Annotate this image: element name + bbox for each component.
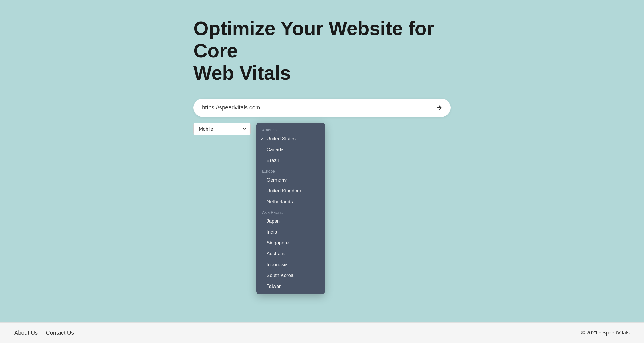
page-title: Optimize Your Website for Core Web Vital… <box>193 17 451 84</box>
footer-link-about-us[interactable]: About Us <box>14 330 38 336</box>
location-dropdown[interactable]: America United States Canada Brazil Euro… <box>256 123 325 294</box>
location-item-netherlands[interactable]: Netherlands <box>256 196 325 207</box>
submit-button[interactable] <box>433 103 445 112</box>
page-title-line2: Web Vitals <box>193 62 291 84</box>
footer-link-contact-us[interactable]: Contact Us <box>46 330 74 336</box>
group-label-europe: Europe <box>256 166 325 175</box>
main-content: Optimize Your Website for Core Web Vital… <box>0 0 644 322</box>
location-item-canada[interactable]: Canada <box>256 144 325 155</box>
footer-links: About Us Contact Us <box>14 330 74 336</box>
footer: About Us Contact Us © 2021 - SpeedVitals <box>0 322 644 343</box>
location-item-australia[interactable]: Australia <box>256 248 325 259</box>
footer-copyright: © 2021 - SpeedVitals <box>581 330 630 336</box>
location-item-south-korea[interactable]: South Korea <box>256 270 325 281</box>
page-title-line1: Optimize Your Website for Core <box>193 17 434 61</box>
location-item-brazil[interactable]: Brazil <box>256 155 325 166</box>
group-label-asia-pacific: Asia Pacific <box>256 207 325 216</box>
location-item-japan[interactable]: Japan <box>256 216 325 227</box>
location-item-indonesia[interactable]: Indonesia <box>256 259 325 270</box>
device-select[interactable]: Mobile Desktop <box>193 123 251 135</box>
group-label-america: America <box>256 125 325 133</box>
location-item-india[interactable]: India <box>256 227 325 238</box>
location-item-united-kingdom[interactable]: United Kingdom <box>256 186 325 196</box>
location-item-taiwan[interactable]: Taiwan <box>256 281 325 292</box>
controls-row: Mobile Desktop America United States Can… <box>193 123 451 135</box>
url-input-container <box>193 99 451 117</box>
location-item-united-states[interactable]: United States <box>256 133 325 144</box>
location-item-singapore[interactable]: Singapore <box>256 238 325 248</box>
url-input[interactable] <box>202 104 433 111</box>
arrow-right-icon <box>436 104 443 111</box>
location-item-germany[interactable]: Germany <box>256 175 325 186</box>
